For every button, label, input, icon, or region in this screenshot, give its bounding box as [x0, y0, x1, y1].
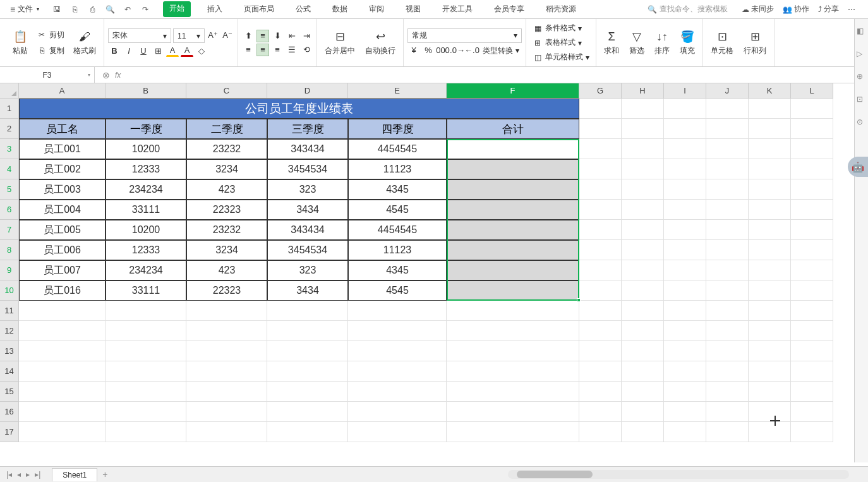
col-header-I[interactable]: I	[664, 83, 706, 99]
sort-button[interactable]: ↓↑排序	[651, 28, 673, 57]
row-header-9[interactable]: 9	[0, 260, 19, 280]
tab-0[interactable]: 开始	[163, 1, 191, 17]
format-painter-button[interactable]: 🖌格式刷	[69, 28, 100, 57]
cell[interactable]	[579, 260, 622, 280]
cell[interactable]	[664, 280, 706, 301]
align-top-icon[interactable]: ⬆	[242, 30, 255, 42]
sidebar-icon-3[interactable]: ⊕	[857, 72, 867, 82]
cell[interactable]	[105, 422, 186, 442]
fill-handle[interactable]	[577, 298, 581, 302]
data-cell[interactable]: 11123	[348, 159, 447, 179]
row-header-7[interactable]: 7	[0, 220, 19, 240]
percent-icon[interactable]: %	[422, 44, 435, 57]
cell[interactable]	[622, 139, 664, 159]
cell[interactable]	[105, 341, 186, 361]
table-style-button[interactable]: ⊞表格样式▾	[530, 36, 584, 49]
data-cell[interactable]: 3234	[186, 240, 267, 260]
col-header-E[interactable]: E	[348, 83, 447, 99]
cell[interactable]	[348, 341, 447, 361]
cell[interactable]	[19, 402, 105, 422]
align-left-icon[interactable]: ≡	[242, 44, 255, 56]
cell[interactable]	[749, 99, 791, 119]
cell[interactable]	[791, 341, 833, 361]
data-cell[interactable]: 3434	[267, 200, 348, 220]
col-header-B[interactable]: B	[105, 83, 186, 99]
cell[interactable]	[622, 260, 664, 280]
cell[interactable]	[579, 179, 622, 200]
cell[interactable]	[105, 301, 186, 321]
cell[interactable]	[348, 402, 447, 422]
paste-button[interactable]: 📋粘贴	[9, 28, 32, 57]
data-cell[interactable]	[447, 220, 579, 240]
row-header-1[interactable]: 1	[0, 99, 19, 119]
row-header-3[interactable]: 3	[0, 139, 19, 159]
cell[interactable]	[664, 321, 706, 341]
data-cell[interactable]	[447, 260, 579, 280]
cell[interactable]	[622, 240, 664, 260]
data-cell[interactable]: 员工005	[19, 220, 105, 240]
data-cell[interactable]: 12333	[105, 159, 186, 179]
cell[interactable]	[791, 280, 833, 301]
cell[interactable]	[749, 179, 791, 200]
cell[interactable]	[186, 422, 267, 442]
comma-icon[interactable]: 000	[437, 44, 449, 57]
data-cell[interactable]: 员工006	[19, 240, 105, 260]
cell[interactable]	[105, 402, 186, 422]
cell[interactable]	[579, 301, 622, 321]
tab-5[interactable]: 审阅	[364, 1, 389, 17]
cell[interactable]	[19, 301, 105, 321]
cell[interactable]	[664, 240, 706, 260]
row-header-2[interactable]: 2	[0, 119, 19, 139]
cell[interactable]	[791, 301, 833, 321]
cell[interactable]	[791, 159, 833, 179]
redo-icon[interactable]: ↷	[139, 3, 152, 16]
cell[interactable]	[348, 382, 447, 402]
data-cell[interactable]: 323	[267, 179, 348, 200]
distribute-icon[interactable]: ☰	[286, 44, 298, 56]
cell[interactable]	[749, 301, 791, 321]
data-cell[interactable]: 3434	[267, 280, 348, 301]
cell[interactable]	[348, 301, 447, 321]
fill-button[interactable]: 🪣填充	[676, 28, 699, 57]
cell[interactable]	[706, 422, 749, 442]
more-icon[interactable]: ⋯	[848, 4, 855, 15]
data-cell[interactable]: 423	[186, 179, 267, 200]
fill-color-icon[interactable]: A	[166, 44, 179, 57]
cell[interactable]	[579, 402, 622, 422]
cell[interactable]	[348, 321, 447, 341]
row-header-13[interactable]: 13	[0, 341, 19, 361]
border-icon[interactable]: ⊞	[152, 44, 164, 57]
formula-input[interactable]	[128, 67, 868, 83]
row-col-button[interactable]: ⊞行和列	[740, 28, 770, 57]
tab-4[interactable]: 数据	[327, 1, 353, 17]
cell[interactable]	[749, 382, 791, 402]
cell[interactable]	[706, 361, 749, 382]
sidebar-icon-5[interactable]: ⊙	[857, 117, 867, 128]
cell[interactable]	[664, 200, 706, 220]
header-cell[interactable]: 员工名	[19, 119, 105, 139]
data-cell[interactable]: 员工016	[19, 280, 105, 301]
data-cell[interactable]: 423	[186, 260, 267, 280]
data-cell[interactable]: 343434	[267, 139, 348, 159]
cells-button[interactable]: ⊡单元格	[707, 28, 737, 57]
cell[interactable]	[791, 200, 833, 220]
cell[interactable]	[791, 240, 833, 260]
cell[interactable]	[664, 159, 706, 179]
cell[interactable]	[579, 341, 622, 361]
col-header-J[interactable]: J	[706, 83, 749, 99]
search-box[interactable]: 🔍 查找命令、搜索模板	[642, 4, 733, 15]
sheet-prev-icon[interactable]: ◂	[17, 470, 21, 479]
header-cell[interactable]: 一季度	[105, 119, 186, 139]
data-cell[interactable]: 员工001	[19, 139, 105, 159]
type-convert-button[interactable]: 类型转换▾	[480, 44, 522, 57]
row-header-12[interactable]: 12	[0, 321, 19, 341]
data-cell[interactable]: 343434	[267, 220, 348, 240]
data-cell[interactable]: 4345	[348, 179, 447, 200]
cell[interactable]	[579, 139, 622, 159]
cell[interactable]	[267, 341, 348, 361]
tab-3[interactable]: 公式	[291, 1, 316, 17]
cell[interactable]	[664, 99, 706, 119]
cell[interactable]	[267, 382, 348, 402]
cell[interactable]	[579, 240, 622, 260]
cell[interactable]	[791, 139, 833, 159]
